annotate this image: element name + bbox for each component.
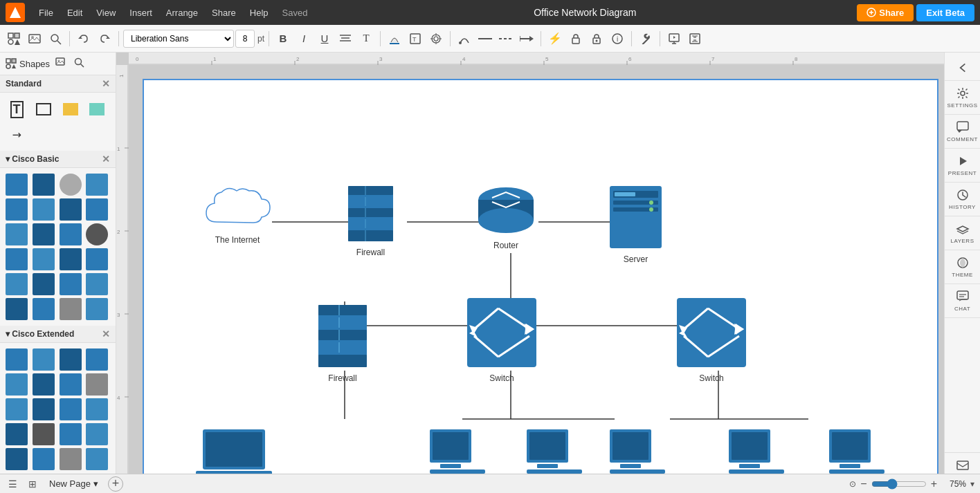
fill-color-btn[interactable] (385, 29, 404, 48)
theme-panel-btn[interactable]: THEME (945, 250, 981, 284)
grid-view-btn[interactable]: ⊞ (26, 477, 39, 491)
cisco-icon-24[interactable] (86, 298, 108, 320)
cisco-ext-icon-2[interactable] (33, 348, 55, 371)
image-btn[interactable] (25, 29, 44, 48)
target-btn[interactable] (426, 29, 446, 48)
shapes-toggle[interactable] (4, 29, 24, 48)
diagram-canvas[interactable]: The Internet (143, 79, 938, 479)
image-search-btn[interactable] (55, 57, 68, 71)
cisco-ext-icon-4[interactable] (86, 348, 108, 371)
internet-node[interactable]: The Internet (199, 184, 275, 245)
layers-panel-btn[interactable]: LAYERS (945, 216, 981, 250)
cisco-ext-icon-1[interactable] (6, 348, 28, 371)
menu-arrange[interactable]: Arrange (161, 5, 203, 21)
cisco-basic-section-header[interactable]: ▾ Cisco Basic ✕ (0, 151, 116, 168)
collapse-right-panel-btn[interactable] (945, 55, 981, 81)
cisco-ext-icon-13[interactable] (6, 423, 28, 445)
font-size-input[interactable] (235, 30, 255, 48)
cisco-icon-10[interactable] (33, 223, 55, 245)
wrench-btn[interactable] (636, 29, 655, 48)
laptop-node[interactable] (196, 426, 272, 479)
menu-edit[interactable]: Edit (62, 5, 88, 21)
cisco-icon-3[interactable] (60, 174, 82, 196)
cisco-icon-15[interactable] (60, 248, 82, 270)
dashed-line-btn[interactable] (496, 29, 516, 48)
cisco-icon-13[interactable] (6, 248, 28, 270)
cisco-icon-20[interactable] (86, 273, 108, 295)
cisco-icon-2[interactable] (33, 174, 55, 196)
server-node[interactable]: Server (606, 183, 665, 264)
standard-close-btn[interactable]: ✕ (102, 78, 110, 89)
cisco-icon-17[interactable] (6, 273, 28, 295)
cisco-icon-7[interactable] (60, 198, 82, 221)
pc3-node[interactable] (606, 426, 669, 479)
lightning-btn[interactable]: ⚡ (545, 29, 565, 48)
canvas-inner[interactable]: The Internet (129, 65, 944, 479)
cisco-icon-8[interactable] (86, 198, 108, 221)
curve-btn[interactable] (455, 29, 474, 48)
info-btn[interactable]: i (608, 29, 627, 48)
undo-btn[interactable] (74, 29, 93, 48)
zoom-out-btn[interactable]: − (860, 478, 866, 490)
firewall2-node[interactable]: Firewall (315, 301, 370, 383)
cisco-ext-icon-17[interactable] (6, 448, 28, 470)
exit-beta-button[interactable]: Exit Beta (916, 4, 974, 21)
menu-insert[interactable]: Insert (124, 5, 158, 21)
cyan-shape[interactable] (86, 98, 108, 120)
font-selector[interactable]: Liberation Sans (123, 30, 234, 48)
standard-section-header[interactable]: Standard ✕ (0, 75, 116, 93)
bold-btn[interactable]: B (273, 29, 293, 48)
cisco-icon-19[interactable] (60, 273, 82, 295)
cisco-extended-section-header[interactable]: ▾ Cisco Extended ✕ (0, 326, 116, 343)
redo-btn[interactable] (95, 29, 114, 48)
align-btn[interactable] (336, 29, 355, 48)
comment-panel-btn[interactable]: COMMENT (945, 115, 981, 149)
cisco-icon-21[interactable] (6, 298, 28, 320)
cisco-ext-icon-12[interactable] (86, 398, 108, 420)
chat-panel-btn[interactable]: CHAT (945, 284, 981, 318)
pc5-node[interactable] (826, 426, 888, 479)
cisco-icon-18[interactable] (33, 273, 55, 295)
cisco-ext-icon-5[interactable] (6, 373, 28, 396)
history-panel-btn[interactable]: HISTORY (945, 183, 981, 216)
cisco-basic-close-btn[interactable]: ✕ (102, 154, 110, 165)
cisco-ext-icon-18[interactable] (33, 448, 55, 470)
switch2-node[interactable]: Switch (673, 295, 750, 383)
switch1-node[interactable]: Switch (464, 295, 540, 383)
page-name-btn[interactable]: New Page ▾ (45, 477, 102, 490)
cisco-extended-close-btn[interactable]: ✕ (102, 328, 110, 339)
cisco-icon-5[interactable] (6, 198, 28, 221)
cisco-ext-icon-19[interactable] (60, 448, 82, 470)
zoom-slider[interactable] (871, 478, 927, 490)
cisco-icon-12[interactable] (86, 223, 108, 245)
pc1-node[interactable] (426, 426, 489, 479)
line-style-btn[interactable] (475, 29, 495, 48)
cisco-ext-icon-16[interactable] (86, 423, 108, 445)
cisco-icon-6[interactable] (33, 198, 55, 221)
cisco-ext-icon-8[interactable] (86, 373, 108, 396)
rect-shape[interactable] (33, 98, 55, 120)
lock2-btn[interactable] (566, 29, 586, 48)
menu-share[interactable]: Share (206, 5, 242, 21)
cisco-ext-icon-20[interactable] (86, 448, 108, 470)
cisco-ext-icon-15[interactable] (60, 423, 82, 445)
cisco-ext-icon-9[interactable] (6, 398, 28, 420)
underline-btn[interactable]: U (315, 29, 334, 48)
cisco-icon-16[interactable] (86, 248, 108, 270)
present-panel-btn[interactable]: PRESENT (945, 149, 981, 183)
cisco-icon-23[interactable] (60, 298, 82, 320)
font-style-btn[interactable]: T (356, 29, 376, 48)
cisco-ext-icon-6[interactable] (33, 373, 55, 396)
cisco-ext-icon-11[interactable] (60, 398, 82, 420)
canvas-area[interactable]: 0 1 2 3 4 5 6 7 8 1 1 2 3 4 (116, 53, 944, 493)
menu-file[interactable]: File (33, 5, 59, 21)
search-panel-btn[interactable] (73, 57, 84, 71)
shapes-panel-btn[interactable]: Shapes (6, 58, 50, 69)
zoom-in-btn[interactable]: + (931, 478, 937, 490)
settings-panel-btn[interactable]: SETTINGS (945, 81, 981, 115)
firewall1-node[interactable]: Firewall (345, 183, 397, 257)
italic-btn[interactable]: I (294, 29, 314, 48)
cisco-icon-11[interactable] (60, 223, 82, 245)
cisco-ext-icon-7[interactable] (60, 373, 82, 396)
text-shape[interactable]: T (6, 98, 28, 120)
